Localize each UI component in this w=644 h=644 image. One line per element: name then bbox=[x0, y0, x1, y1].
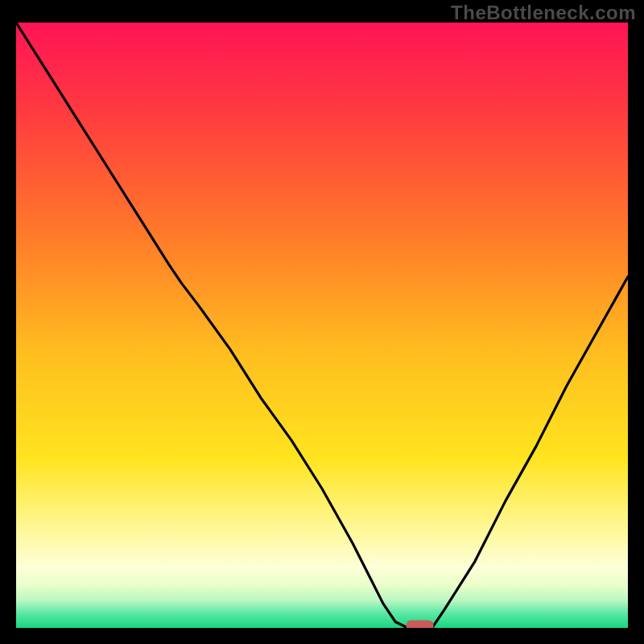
optimal-marker bbox=[407, 621, 434, 629]
plot-area bbox=[16, 23, 628, 628]
gradient-background bbox=[16, 23, 628, 628]
chart-frame: TheBottleneck.com bbox=[0, 0, 644, 644]
watermark-text: TheBottleneck.com bbox=[451, 2, 636, 24]
chart-svg bbox=[16, 23, 628, 628]
